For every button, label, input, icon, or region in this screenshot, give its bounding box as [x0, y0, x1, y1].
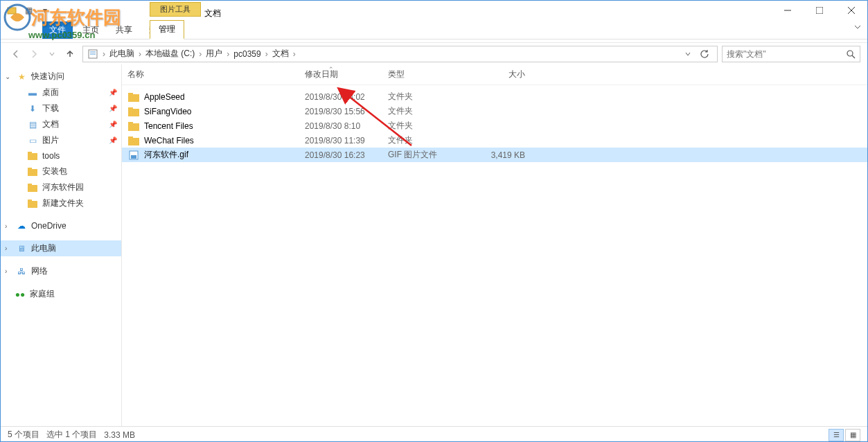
breadcrumb-segment[interactable]: pc0359	[231, 49, 263, 59]
download-icon: ⬇	[27, 103, 38, 114]
file-row[interactable]: AppleSeed2019/8/30 14:02文件夹	[122, 89, 867, 104]
chevron-right-icon[interactable]: ›	[264, 49, 269, 59]
status-bar: 5 个项目 选中 1 个项目 3.33 MB ☰ ▦	[1, 426, 867, 442]
file-row[interactable]: Tencent Files2019/8/30 8:10文件夹	[122, 118, 867, 133]
desktop-icon: ▬	[27, 87, 38, 98]
file-type: 文件夹	[388, 91, 470, 103]
breadcrumb-segment[interactable]: 文档	[269, 48, 292, 60]
document-icon: ▤	[27, 119, 38, 130]
chevron-right-icon[interactable]: ›	[5, 222, 12, 230]
chevron-right-icon[interactable]: ›	[101, 49, 107, 59]
sidebar-item-desktop[interactable]: ▬ 桌面 📌	[1, 85, 121, 100]
back-button[interactable]	[8, 46, 24, 62]
tab-home[interactable]: 主页	[74, 21, 107, 39]
svg-point-9	[847, 51, 853, 56]
breadcrumb[interactable]: › 此电脑 › 本地磁盘 (C:) › 用户 › pc0359 › 文档 ›	[82, 46, 718, 62]
details-view-button[interactable]: ☰	[829, 429, 844, 441]
properties-icon[interactable]: ▦	[23, 5, 34, 16]
sidebar-label: tools	[42, 151, 60, 161]
chevron-right-icon[interactable]: ›	[137, 49, 143, 59]
content-area: ⌄ ★ 快速访问 ▬ 桌面 📌 ⬇ 下载 📌 ▤ 文档 📌 ▭ 图片 📌 too…	[1, 64, 867, 426]
pin-icon: 📌	[109, 89, 117, 96]
history-dropdown-icon[interactable]	[680, 46, 696, 62]
address-bar: › 此电脑 › 本地磁盘 (C:) › 用户 › pc0359 › 文档 ›	[1, 42, 867, 64]
minimize-button[interactable]	[772, 1, 804, 20]
breadcrumb-segment[interactable]: 此电脑	[107, 48, 137, 60]
forward-button[interactable]	[26, 46, 42, 62]
chevron-down-icon[interactable]: ⌄	[5, 73, 12, 80]
up-button[interactable]	[62, 46, 78, 62]
close-button[interactable]	[835, 1, 867, 20]
search-box[interactable]	[722, 46, 860, 62]
column-header-type[interactable]: 类型	[388, 69, 470, 80]
column-header-date[interactable]: 修改日期	[305, 69, 388, 80]
ribbon-context-header: 图片工具	[150, 2, 201, 17]
sidebar-item-folder[interactable]: 河东软件园	[1, 179, 121, 195]
column-header-size[interactable]: 大小	[470, 69, 525, 80]
svg-rect-28	[131, 155, 136, 159]
folder-icon[interactable]	[6, 5, 17, 16]
breadcrumb-segment[interactable]: 用户	[203, 48, 225, 60]
sidebar-item-pictures[interactable]: ▭ 图片 📌	[1, 132, 121, 148]
pin-icon: 📌	[109, 136, 117, 144]
refresh-button[interactable]	[696, 46, 713, 62]
file-size: 3,419 KB	[470, 150, 525, 160]
chevron-right-icon[interactable]: ›	[5, 267, 12, 275]
homegroup-icon: ●●	[15, 289, 26, 300]
svg-rect-12	[28, 152, 32, 154]
titlebar: ▦ ▾ 图片工具 文档	[1, 1, 867, 20]
pc-icon: 🖥	[16, 243, 27, 254]
folder-icon	[27, 182, 38, 193]
sidebar-item-folder[interactable]: tools	[1, 148, 121, 163]
svg-rect-24	[128, 122, 133, 125]
breadcrumb-segment[interactable]: 本地磁盘 (C:)	[143, 48, 197, 60]
file-name: SiFangVideo	[144, 107, 305, 116]
search-input[interactable]	[727, 49, 846, 59]
file-row[interactable]: 河东软件.gif2019/8/30 16:23GIF 图片文件3,419 KB	[122, 148, 867, 162]
pin-icon: 📌	[109, 105, 117, 112]
navigation-pane: ⌄ ★ 快速访问 ▬ 桌面 📌 ⬇ 下载 📌 ▤ 文档 📌 ▭ 图片 📌 too…	[1, 64, 122, 426]
file-row[interactable]: SiFangVideo2019/8/30 15:56文件夹	[122, 104, 867, 118]
file-row[interactable]: WeChat Files2019/8/30 11:39文件夹	[122, 133, 867, 148]
chevron-right-icon[interactable]: ›	[225, 49, 231, 59]
file-date: 2019/8/30 14:02	[305, 92, 388, 102]
svg-rect-3	[816, 7, 823, 14]
tab-share[interactable]: 共享	[107, 21, 141, 39]
file-name: AppleSeed	[144, 92, 305, 102]
ribbon-tabs: 文件 主页 共享 查看	[1, 20, 867, 39]
sidebar-item-documents[interactable]: ▤ 文档 📌	[1, 116, 121, 132]
maximize-button[interactable]	[804, 1, 835, 20]
sidebar-quick-access[interactable]: ⌄ ★ 快速访问	[1, 69, 121, 85]
chevron-right-icon[interactable]: ›	[5, 245, 12, 252]
search-icon[interactable]	[846, 49, 856, 59]
chevron-right-icon[interactable]: ›	[197, 49, 203, 59]
file-date: 2019/8/30 8:10	[305, 121, 388, 131]
svg-rect-22	[128, 107, 133, 110]
tab-manage[interactable]: 管理	[150, 20, 184, 39]
folder-icon	[127, 91, 140, 103]
sidebar-item-folder[interactable]: 新建文件夹	[1, 195, 121, 211]
ribbon-expand-icon[interactable]	[853, 23, 862, 31]
recent-dropdown[interactable]	[44, 46, 60, 62]
sidebar-network[interactable]: › 🖧 网络	[1, 263, 121, 279]
sidebar-item-folder[interactable]: 安装包	[1, 163, 121, 179]
picture-icon: ▭	[27, 135, 38, 146]
sidebar-label: 下载	[42, 103, 59, 114]
file-menu-tab[interactable]: 文件	[42, 21, 73, 39]
column-headers: ⌃ 名称 修改日期 类型 大小	[122, 64, 867, 85]
status-item-count: 5 个项目	[8, 429, 39, 441]
sidebar-this-pc[interactable]: › 🖥 此电脑	[1, 240, 121, 256]
column-header-name[interactable]: 名称	[127, 69, 305, 80]
sidebar-item-downloads[interactable]: ⬇ 下载 📌	[1, 100, 121, 116]
sidebar-onedrive[interactable]: › ☁ OneDrive	[1, 218, 121, 233]
sidebar-homegroup[interactable]: ●● 家庭组	[1, 286, 121, 302]
file-list: ⌃ 名称 修改日期 类型 大小 AppleSeed2019/8/30 14:02…	[122, 64, 867, 426]
sidebar-label: 新建文件夹	[42, 197, 84, 209]
dropdown-icon[interactable]: ▾	[39, 5, 51, 16]
svg-rect-1	[8, 8, 16, 14]
svg-line-10	[852, 55, 855, 58]
chevron-right-icon[interactable]: ›	[292, 49, 297, 59]
sidebar-label: 桌面	[42, 87, 59, 98]
sidebar-label: 图片	[42, 134, 59, 146]
icons-view-button[interactable]: ▦	[845, 429, 860, 441]
